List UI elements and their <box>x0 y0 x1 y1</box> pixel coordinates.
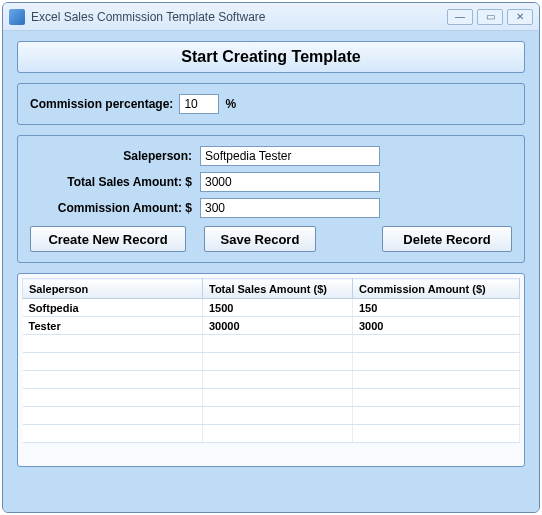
commission-panel: Commission percentage: % <box>17 83 525 125</box>
main-heading: Start Creating Template <box>17 41 525 73</box>
app-icon <box>9 9 25 25</box>
table-cell: 3000 <box>353 317 520 335</box>
column-header-salesperson[interactable]: Saleperson <box>23 279 203 299</box>
table-cell <box>203 407 353 425</box>
client-area: Start Creating Template Commission perce… <box>3 31 539 512</box>
maximize-button[interactable]: ▭ <box>477 9 503 25</box>
save-record-button[interactable]: Save Record <box>204 226 316 252</box>
table-row[interactable] <box>23 389 520 407</box>
create-new-record-button[interactable]: Create New Record <box>30 226 186 252</box>
table-cell: 150 <box>353 299 520 317</box>
record-panel: Saleperson: Total Sales Amount: $ Commis… <box>17 135 525 263</box>
window-controls: — ▭ ✕ <box>447 9 533 25</box>
delete-record-button[interactable]: Delete Record <box>382 226 512 252</box>
table-row[interactable] <box>23 353 520 371</box>
records-table-panel: Saleperson Total Sales Amount ($) Commis… <box>17 273 525 467</box>
table-cell <box>23 425 203 443</box>
table-cell: Softpedia <box>23 299 203 317</box>
close-button[interactable]: ✕ <box>507 9 533 25</box>
commission-percentage-label: Commission percentage: <box>30 97 173 111</box>
table-cell <box>203 335 353 353</box>
commission-percentage-input[interactable] <box>179 94 219 114</box>
table-cell <box>23 389 203 407</box>
table-cell <box>23 371 203 389</box>
total-sales-input[interactable] <box>200 172 380 192</box>
column-header-commission[interactable]: Commission Amount ($) <box>353 279 520 299</box>
percent-symbol: % <box>225 97 236 111</box>
total-sales-label: Total Sales Amount: $ <box>30 175 200 189</box>
table-cell: 1500 <box>203 299 353 317</box>
commission-amount-label: Commission Amount: $ <box>30 201 200 215</box>
app-window: Excel Sales Commission Template Software… <box>2 2 540 513</box>
salesperson-input[interactable] <box>200 146 380 166</box>
records-table: Saleperson Total Sales Amount ($) Commis… <box>22 278 520 443</box>
table-cell <box>203 371 353 389</box>
table-row[interactable] <box>23 335 520 353</box>
column-header-total-sales[interactable]: Total Sales Amount ($) <box>203 279 353 299</box>
table-cell <box>353 335 520 353</box>
table-cell: Tester <box>23 317 203 335</box>
table-row[interactable]: Softpedia1500150 <box>23 299 520 317</box>
minimize-button[interactable]: — <box>447 9 473 25</box>
table-cell <box>353 389 520 407</box>
table-cell <box>203 389 353 407</box>
table-cell <box>353 353 520 371</box>
table-cell <box>353 425 520 443</box>
window-title: Excel Sales Commission Template Software <box>31 10 447 24</box>
table-cell <box>353 371 520 389</box>
table-row[interactable]: Tester300003000 <box>23 317 520 335</box>
titlebar: Excel Sales Commission Template Software… <box>3 3 539 31</box>
table-cell <box>23 335 203 353</box>
table-row[interactable] <box>23 425 520 443</box>
salesperson-label: Saleperson: <box>30 149 200 163</box>
table-cell <box>23 353 203 371</box>
table-row[interactable] <box>23 407 520 425</box>
commission-amount-input[interactable] <box>200 198 380 218</box>
table-cell <box>353 407 520 425</box>
table-cell <box>23 407 203 425</box>
table-row[interactable] <box>23 371 520 389</box>
table-cell <box>203 425 353 443</box>
button-row: Create New Record Save Record Delete Rec… <box>30 226 512 252</box>
table-cell: 30000 <box>203 317 353 335</box>
table-cell <box>203 353 353 371</box>
